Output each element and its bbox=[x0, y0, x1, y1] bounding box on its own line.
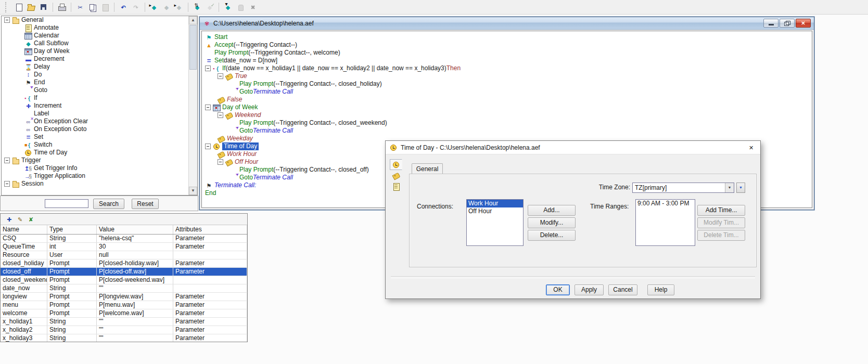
palette-item-do[interactable]: ∶Do bbox=[2, 71, 188, 79]
editor-window-titlebar[interactable]: ✾ C:\Users\helena\Desktop\helena.aef ✕ bbox=[200, 17, 814, 30]
expand-toggle[interactable] bbox=[218, 112, 223, 118]
delete-variable-button[interactable]: ✘ bbox=[26, 215, 36, 224]
save-button[interactable] bbox=[38, 2, 49, 13]
new-button[interactable] bbox=[13, 2, 24, 13]
reset-button[interactable]: Reset bbox=[132, 199, 159, 209]
abort-button[interactable]: ✖ bbox=[247, 2, 259, 13]
palette-item-session[interactable]: Session bbox=[2, 180, 188, 188]
table-row-x-holiday3[interactable]: x_holiday3String""Parameter bbox=[1, 334, 247, 342]
table-row-longview[interactable]: longviewPromptP[longview.wav]Parameter bbox=[1, 293, 247, 301]
dialog-close-icon[interactable]: ✕ bbox=[747, 144, 756, 152]
verify-button[interactable]: ◆ bbox=[204, 2, 215, 13]
script-step-play-prompt[interactable]: Play Prompt (--Triggering Contact--, clo… bbox=[230, 80, 382, 88]
undo-button[interactable]: ↶ bbox=[118, 2, 129, 13]
script-step-goto[interactable]: Goto Terminate Call bbox=[230, 174, 293, 181]
table-row-queuetime[interactable]: QueueTimeint30Parameter bbox=[1, 243, 247, 251]
palette-item-on-exception-clear[interactable]: ∞On Exception Clear bbox=[2, 118, 188, 125]
debug-continue-button[interactable]: ◆ bbox=[173, 2, 185, 13]
connection-item-work-hour[interactable]: Work Hour bbox=[467, 200, 523, 207]
search-input[interactable] bbox=[45, 199, 88, 208]
table-row-csq[interactable]: CSQString"helena-csq"Parameter bbox=[1, 235, 247, 243]
debug-step-button[interactable]: ◆ bbox=[161, 2, 172, 13]
validate-button[interactable]: ◆ bbox=[192, 2, 203, 13]
modify-button[interactable]: Modify... bbox=[528, 217, 576, 228]
palette-item-annotate[interactable]: Annotate bbox=[2, 24, 188, 32]
palette-item-delay[interactable]: ⌛Delay bbox=[2, 63, 188, 71]
table-row-welcome[interactable]: welcomePromptP[welcome.wav]Parameter bbox=[1, 309, 247, 318]
restore-button[interactable] bbox=[780, 19, 795, 28]
table-row-resource[interactable]: ResourceUsernull bbox=[1, 251, 247, 259]
table-row-closed-off[interactable]: closed_offPromptP[closed-off.wav]Paramet… bbox=[1, 268, 247, 276]
script-step-play-prompt[interactable]: Play Prompt (--Triggering Contact--, clo… bbox=[230, 166, 369, 174]
insert-step-button[interactable]: ◆ bbox=[222, 2, 234, 13]
pause-button[interactable] bbox=[235, 2, 246, 13]
dialog-titlebar[interactable]: Time of Day - C:\Users\helena\Desktop\he… bbox=[386, 141, 760, 154]
connection-item-off-hour[interactable]: Off Hour bbox=[467, 207, 523, 215]
table-row-x-holiday1[interactable]: x_holiday1String""Parameter bbox=[1, 318, 247, 326]
expand-toggle[interactable] bbox=[218, 73, 223, 79]
ok-button[interactable]: OK bbox=[546, 284, 570, 295]
search-button[interactable]: Search bbox=[93, 199, 124, 209]
scrollbar-thumb[interactable] bbox=[189, 25, 197, 70]
table-row-x-holiday2[interactable]: x_holiday2String""Parameter bbox=[1, 326, 247, 334]
new-variable-button[interactable]: ✚ bbox=[4, 215, 14, 224]
scroll-up-icon[interactable]: ▲ bbox=[189, 16, 197, 24]
redo-button[interactable]: ↷ bbox=[130, 2, 142, 13]
add-time-button[interactable]: Add Time... bbox=[697, 205, 745, 216]
script-step-day-of-week[interactable]: Day of Week bbox=[205, 103, 258, 111]
script-step-accept[interactable]: ▲Accept (--Triggering Contact--) bbox=[205, 41, 297, 49]
palette-item-trigger-application[interactable]: Trigger Application bbox=[2, 172, 188, 180]
palette-item-trigger[interactable]: Trigger bbox=[2, 157, 188, 164]
palette-item-label[interactable]: Label bbox=[2, 110, 188, 118]
script-step-end[interactable]: End bbox=[205, 189, 216, 197]
expand-toggle[interactable] bbox=[205, 66, 211, 71]
script-step-set[interactable]: =Set date_now = D[now] bbox=[205, 57, 277, 64]
combo-dropdown-icon[interactable]: ▼ bbox=[725, 183, 734, 192]
time-zone-variable-button[interactable]: ▼ bbox=[736, 183, 745, 193]
dialog-side-tab-annotate[interactable] bbox=[390, 181, 402, 192]
script-step-goto[interactable]: Goto Terminate Call bbox=[230, 88, 293, 96]
tab-general[interactable]: General bbox=[412, 163, 443, 175]
edit-variable-button[interactable]: ✎ bbox=[15, 215, 25, 224]
script-step-false[interactable]: False bbox=[218, 96, 242, 103]
expand-toggle[interactable] bbox=[205, 144, 211, 149]
time-zone-combobox[interactable]: TZ[primary] ▼ bbox=[632, 183, 734, 193]
script-step-play-prompt[interactable]: Play Prompt (--Triggering Contact--, wel… bbox=[205, 49, 340, 57]
expand-toggle[interactable] bbox=[4, 158, 10, 163]
expand-toggle[interactable] bbox=[4, 17, 10, 23]
dialog-side-tab-tag[interactable] bbox=[390, 170, 402, 181]
time-range-item[interactable]: 9:00 AM - 3:00 PM bbox=[636, 200, 695, 207]
script-step-if[interactable]: If (date_now == x_holiday1 || date_now =… bbox=[205, 64, 461, 72]
palette-item-general[interactable]: General bbox=[2, 16, 188, 24]
dialog-side-tab-clock[interactable] bbox=[390, 159, 402, 170]
script-step-weekday[interactable]: Weekday bbox=[218, 135, 253, 142]
palette-item-on-exception-goto[interactable]: ∞On Exception Goto bbox=[2, 125, 188, 133]
expand-toggle[interactable] bbox=[205, 105, 211, 110]
cut-button[interactable]: ✂ bbox=[74, 2, 86, 13]
palette-item-get-trigger-info[interactable]: Get Trigger Info bbox=[2, 164, 188, 172]
delete-button[interactable]: Delete... bbox=[528, 230, 576, 241]
add-button[interactable]: Add... bbox=[528, 205, 576, 216]
scroll-down-icon[interactable]: ▼ bbox=[189, 187, 197, 195]
script-step-true[interactable]: True bbox=[218, 72, 247, 80]
palette-item-goto[interactable]: Goto bbox=[2, 86, 188, 94]
table-row-closed-holiday[interactable]: closed_holidayPromptP[closed-holiday.wav… bbox=[1, 259, 247, 268]
script-step-time-of-day[interactable]: Time of Day bbox=[205, 142, 259, 150]
copy-button[interactable] bbox=[87, 2, 98, 13]
palette-item-call-subflow[interactable]: ◆Call Subflow bbox=[2, 40, 188, 47]
print-button[interactable] bbox=[56, 2, 68, 13]
time-ranges-listbox[interactable]: 9:00 AM - 3:00 PM bbox=[635, 199, 695, 246]
palette-item-time-of-day[interactable]: Time of Day bbox=[2, 149, 188, 157]
toolbar-grip[interactable] bbox=[5, 2, 8, 12]
open-button[interactable] bbox=[25, 2, 37, 13]
palette-item-decrement[interactable]: ▬Decrement bbox=[2, 55, 188, 63]
palette-item-calendar[interactable]: Calendar bbox=[2, 32, 188, 40]
help-button[interactable]: Help bbox=[647, 284, 674, 295]
script-step-work-hour[interactable]: Work Hour bbox=[218, 150, 257, 158]
script-step-weekend[interactable]: Weekend bbox=[218, 111, 261, 119]
script-step-start[interactable]: ⚑Start bbox=[205, 33, 227, 41]
apply-button[interactable]: Apply bbox=[575, 284, 604, 295]
minimize-button[interactable] bbox=[763, 19, 778, 28]
palette-item-switch[interactable]: Switch bbox=[2, 141, 188, 149]
palette-item-day-of-week[interactable]: Day of Week bbox=[2, 47, 188, 55]
